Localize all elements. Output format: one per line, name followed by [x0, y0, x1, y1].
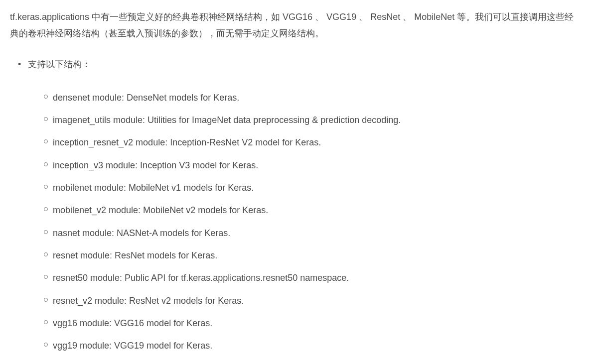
list-item: inception_v3 module: Inception V3 model … [53, 154, 580, 177]
list-item: mobilenet_v2 module: MobileNet v2 models… [53, 199, 580, 222]
list-item: nasnet module: NASNet-A models for Keras… [53, 222, 580, 244]
list-item: imagenet_utils module: Utilities for Ima… [53, 109, 580, 131]
list-item: xception module: Xception V1 model for K… [53, 357, 580, 364]
list-item: resnet module: ResNet models for Keras. [53, 244, 580, 267]
list-item: resnet_v2 module: ResNet v2 models for K… [53, 290, 580, 312]
list-item: vgg19 module: VGG19 model for Keras. [53, 335, 580, 357]
level1-list: 支持以下结构： densenet module: DenseNet models… [10, 56, 580, 364]
list-item: densenet module: DenseNet models for Ker… [53, 87, 580, 109]
level1-item: 支持以下结构： densenet module: DenseNet models… [28, 56, 580, 364]
list-item: mobilenet module: MobileNet v1 models fo… [53, 177, 580, 199]
list-item: resnet50 module: Public API for tf.keras… [53, 267, 580, 289]
level1-label: 支持以下结构： [28, 59, 91, 69]
list-item: vgg16 module: VGG16 model for Keras. [53, 312, 580, 335]
intro-paragraph: tf.keras.applications 中有一些预定义好的经典卷积神经网络结… [10, 9, 580, 42]
list-item: inception_resnet_v2 module: Inception-Re… [53, 131, 580, 154]
module-list: densenet module: DenseNet models for Ker… [28, 87, 580, 364]
